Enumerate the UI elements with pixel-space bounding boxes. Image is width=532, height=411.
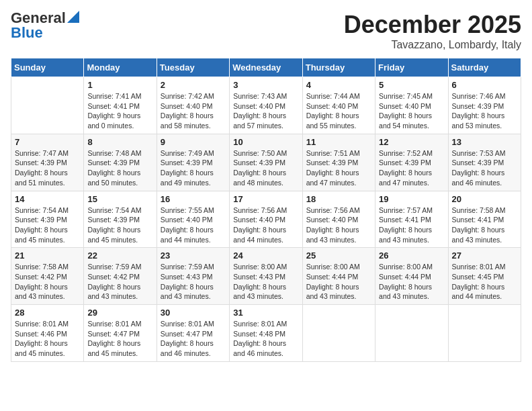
sunset-text: Sunset: 4:39 PM <box>87 158 140 167</box>
calendar-cell <box>448 305 521 362</box>
day-number: 20 <box>452 194 517 204</box>
calendar-week-row: 7Sunrise: 7:47 AMSunset: 4:39 PMDaylight… <box>11 134 521 191</box>
daylight-hours-text: Daylight: 8 hours <box>379 226 432 234</box>
daylight-hours-text: Daylight: 8 hours <box>233 339 286 347</box>
sunset-text: Sunset: 4:39 PM <box>452 102 504 110</box>
day-number: 29 <box>87 308 152 318</box>
day-info: Sunrise: 7:58 AMSunset: 4:41 PMDaylight:… <box>452 205 517 245</box>
daylight-hours-text: Daylight: 8 hours <box>161 283 214 291</box>
day-number: 9 <box>161 137 226 147</box>
day-number: 16 <box>161 194 226 204</box>
daylight-hours-text: Daylight: 8 hours <box>452 111 505 120</box>
sunset-text: Sunset: 4:44 PM <box>306 273 359 281</box>
sunrise-text: Sunrise: 7:51 AM <box>306 149 360 157</box>
sunrise-text: Sunrise: 7:56 AM <box>306 206 360 214</box>
sunset-text: Sunset: 4:40 PM <box>306 216 359 224</box>
calendar-cell <box>302 305 375 362</box>
sunrise-text: Sunrise: 7:54 AM <box>15 206 69 214</box>
sunrise-text: Sunrise: 7:52 AM <box>379 149 433 157</box>
calendar-week-row: 1Sunrise: 7:41 AMSunset: 4:41 PMDaylight… <box>11 77 521 134</box>
calendar-cell: 6Sunrise: 7:46 AMSunset: 4:39 PMDaylight… <box>448 77 521 134</box>
sunrise-text: Sunrise: 7:54 AM <box>87 206 141 214</box>
sunrise-text: Sunrise: 7:55 AM <box>161 206 214 214</box>
sunset-text: Sunset: 4:39 PM <box>161 158 213 167</box>
daylight-minutes-text: and 43 minutes. <box>379 292 429 300</box>
daylight-minutes-text: and 46 minutes. <box>161 349 211 357</box>
logo-icon <box>67 11 79 23</box>
day-info: Sunrise: 7:56 AMSunset: 4:40 PMDaylight:… <box>306 205 371 245</box>
daylight-hours-text: Daylight: 8 hours <box>452 226 505 234</box>
day-number: 15 <box>87 194 152 204</box>
sunset-text: Sunset: 4:42 PM <box>15 273 67 281</box>
sunset-text: Sunset: 4:39 PM <box>15 158 67 167</box>
daylight-minutes-text: and 43 minutes. <box>306 236 357 244</box>
sunrise-text: Sunrise: 7:47 AM <box>15 149 69 157</box>
sunset-text: Sunset: 4:39 PM <box>452 158 504 167</box>
calendar-cell: 9Sunrise: 7:49 AMSunset: 4:39 PMDaylight… <box>157 134 229 191</box>
calendar-cell: 23Sunrise: 7:59 AMSunset: 4:43 PMDayligh… <box>157 248 229 305</box>
daylight-minutes-text: and 44 minutes. <box>233 236 283 244</box>
sunrise-text: Sunrise: 7:53 AM <box>452 149 506 157</box>
calendar-cell: 17Sunrise: 7:56 AMSunset: 4:40 PMDayligh… <box>230 191 302 248</box>
calendar-header-row: SundayMondayTuesdayWednesdayThursdayFrid… <box>11 58 521 77</box>
daylight-minutes-text: and 47 minutes. <box>379 179 429 187</box>
sunset-text: Sunset: 4:45 PM <box>452 273 504 281</box>
daylight-minutes-text: and 53 minutes. <box>452 122 502 130</box>
day-info: Sunrise: 7:41 AMSunset: 4:41 PMDaylight:… <box>87 91 152 131</box>
day-info: Sunrise: 8:01 AMSunset: 4:48 PMDaylight:… <box>233 319 298 359</box>
day-info: Sunrise: 7:51 AMSunset: 4:39 PMDaylight:… <box>306 148 371 188</box>
sunrise-text: Sunrise: 7:58 AM <box>452 206 506 214</box>
calendar-cell: 15Sunrise: 7:54 AMSunset: 4:39 PMDayligh… <box>84 191 157 248</box>
daylight-minutes-text: and 45 minutes. <box>87 236 138 244</box>
sunrise-text: Sunrise: 8:00 AM <box>306 263 360 271</box>
daylight-hours-text: Daylight: 8 hours <box>233 111 286 120</box>
calendar-cell <box>375 305 448 362</box>
day-number: 21 <box>15 250 80 261</box>
daylight-hours-text: Daylight: 8 hours <box>306 283 359 291</box>
day-info: Sunrise: 7:55 AMSunset: 4:40 PMDaylight:… <box>161 205 226 245</box>
daylight-hours-text: Daylight: 8 hours <box>161 339 214 347</box>
day-info: Sunrise: 7:54 AMSunset: 4:39 PMDaylight:… <box>87 205 152 245</box>
daylight-hours-text: Daylight: 8 hours <box>87 283 140 291</box>
day-info: Sunrise: 7:59 AMSunset: 4:43 PMDaylight:… <box>161 262 226 302</box>
calendar-cell: 7Sunrise: 7:47 AMSunset: 4:39 PMDaylight… <box>11 134 84 191</box>
daylight-hours-text: Daylight: 8 hours <box>452 169 505 177</box>
sunrise-text: Sunrise: 7:48 AM <box>87 149 141 157</box>
day-number: 31 <box>233 308 298 318</box>
day-number: 22 <box>87 250 152 261</box>
day-number: 14 <box>15 194 80 204</box>
page-header: General Blue December 2025 Tavazzano, Lo… <box>11 11 521 51</box>
calendar-cell: 10Sunrise: 7:50 AMSunset: 4:39 PMDayligh… <box>230 134 302 191</box>
day-number: 19 <box>379 194 444 204</box>
sunset-text: Sunset: 4:40 PM <box>233 102 285 110</box>
day-info: Sunrise: 7:48 AMSunset: 4:39 PMDaylight:… <box>87 148 152 188</box>
sunrise-text: Sunrise: 7:46 AM <box>452 92 506 100</box>
calendar-cell: 26Sunrise: 8:00 AMSunset: 4:44 PMDayligh… <box>375 248 448 305</box>
sunrise-text: Sunrise: 7:44 AM <box>306 92 360 100</box>
sunset-text: Sunset: 4:41 PM <box>452 216 504 224</box>
calendar-cell: 13Sunrise: 7:53 AMSunset: 4:39 PMDayligh… <box>448 134 521 191</box>
daylight-minutes-text: and 46 minutes. <box>452 179 502 187</box>
day-info: Sunrise: 8:01 AMSunset: 4:45 PMDaylight:… <box>452 262 517 302</box>
day-number: 6 <box>452 80 517 90</box>
sunrise-text: Sunrise: 8:00 AM <box>233 263 287 271</box>
sunset-text: Sunset: 4:46 PM <box>15 330 67 338</box>
daylight-minutes-text: and 55 minutes. <box>306 122 357 130</box>
sunset-text: Sunset: 4:40 PM <box>233 216 285 224</box>
sunset-text: Sunset: 4:39 PM <box>87 216 140 224</box>
calendar-week-row: 21Sunrise: 7:58 AMSunset: 4:42 PMDayligh… <box>11 248 521 305</box>
day-info: Sunrise: 7:57 AMSunset: 4:41 PMDaylight:… <box>379 205 444 245</box>
daylight-hours-text: Daylight: 8 hours <box>306 169 359 177</box>
sunrise-text: Sunrise: 7:49 AM <box>161 149 214 157</box>
sunset-text: Sunset: 4:40 PM <box>161 216 213 224</box>
day-info: Sunrise: 7:54 AMSunset: 4:39 PMDaylight:… <box>15 205 80 245</box>
day-number: 13 <box>452 137 517 147</box>
daylight-hours-text: Daylight: 8 hours <box>15 283 68 291</box>
day-info: Sunrise: 8:00 AMSunset: 4:43 PMDaylight:… <box>233 262 298 302</box>
sunset-text: Sunset: 4:41 PM <box>87 102 140 110</box>
day-number: 3 <box>233 80 298 90</box>
day-info: Sunrise: 7:45 AMSunset: 4:40 PMDaylight:… <box>379 91 444 131</box>
day-number: 5 <box>379 80 444 90</box>
day-number: 30 <box>161 308 226 318</box>
sunrise-text: Sunrise: 8:01 AM <box>161 320 214 328</box>
